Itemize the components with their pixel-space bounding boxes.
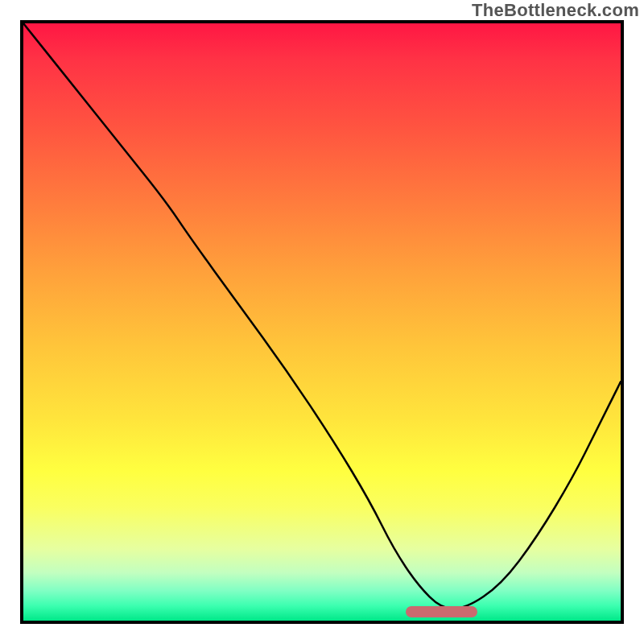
chart-container: TheBottleneck.com: [0, 0, 644, 644]
plot-area: [20, 20, 624, 624]
optimal-range-marker: [406, 606, 477, 617]
watermark-text: TheBottleneck.com: [472, 0, 639, 21]
bottleneck-curve: [23, 23, 621, 621]
